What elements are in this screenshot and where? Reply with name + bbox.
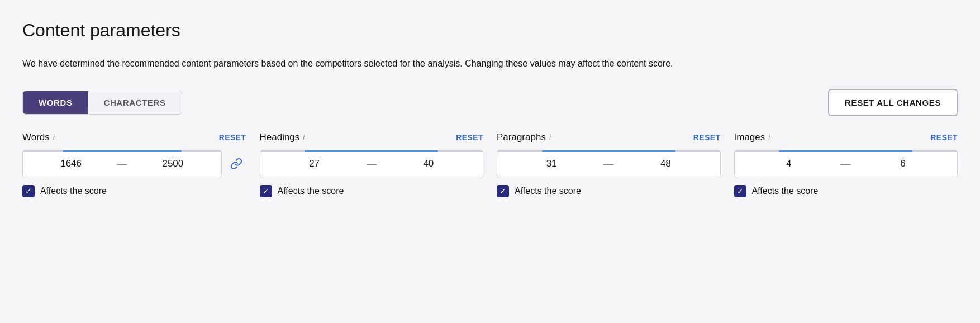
words-affects-checkbox[interactable]: ✓ [22, 185, 35, 197]
headings-reset-link[interactable]: RESET [456, 133, 483, 142]
param-block-headings: Headings i RESET 27 — 40 ✓ Affects the s… [260, 132, 484, 197]
images-slider-fill [779, 150, 912, 152]
images-label: Images [734, 132, 765, 143]
controls-row: WORDS CHARACTERS RESET ALL CHANGES [22, 89, 958, 116]
images-affects-row: ✓ Affects the score [734, 185, 958, 197]
words-label: Words [22, 132, 50, 143]
paragraphs-max-val[interactable]: 48 [618, 158, 713, 169]
headings-slider-fill [305, 150, 438, 152]
headings-info-icon[interactable]: i [303, 133, 305, 141]
words-range-box: 1646 — 2500 [22, 150, 222, 178]
images-affects-checkbox[interactable]: ✓ [734, 185, 746, 197]
images-range-box: 4 — 6 [734, 150, 958, 178]
param-block-words: Words i RESET 1646 — 2500 ✓ [22, 132, 246, 197]
words-link-icon[interactable] [226, 154, 246, 174]
headings-label-group: Headings i [260, 132, 305, 143]
words-reset-link[interactable]: RESET [219, 133, 246, 142]
headings-header: Headings i RESET [260, 132, 484, 143]
images-reset-link[interactable]: RESET [930, 133, 958, 142]
tab-characters[interactable]: CHARACTERS [88, 91, 182, 114]
images-info-icon[interactable]: i [768, 133, 770, 141]
images-max-val[interactable]: 6 [855, 158, 950, 169]
images-affects-label: Affects the score [752, 186, 819, 196]
tab-words[interactable]: WORDS [23, 91, 88, 114]
paragraphs-header: Paragraphs i RESET [497, 132, 721, 143]
headings-check-icon: ✓ [263, 187, 269, 196]
reset-all-button[interactable]: RESET ALL CHANGES [828, 89, 958, 116]
images-check-icon: ✓ [737, 187, 744, 196]
headings-min-val[interactable]: 27 [267, 158, 362, 169]
words-check-icon: ✓ [25, 187, 32, 196]
paragraphs-slider-fill [542, 150, 675, 152]
paragraphs-range-box: 31 — 48 [497, 150, 721, 178]
words-info-icon[interactable]: i [53, 133, 55, 141]
words-min-val[interactable]: 1646 [30, 158, 112, 169]
params-row: Words i RESET 1646 — 2500 ✓ [22, 132, 958, 197]
paragraphs-info-icon[interactable]: i [549, 133, 551, 141]
words-dash: — [117, 158, 127, 170]
page-title: Content parameters [22, 20, 958, 41]
words-header: Words i RESET [22, 132, 246, 143]
words-max-val[interactable]: 2500 [131, 158, 214, 169]
headings-affects-checkbox[interactable]: ✓ [260, 185, 272, 197]
headings-range-box: 27 — 40 [260, 150, 484, 178]
headings-max-val[interactable]: 40 [381, 158, 476, 169]
headings-label: Headings [260, 132, 300, 143]
param-block-images: Images i RESET 4 — 6 ✓ Affects the score [734, 132, 958, 197]
headings-affects-row: ✓ Affects the score [260, 185, 484, 197]
words-label-group: Words i [22, 132, 55, 143]
tab-group: WORDS CHARACTERS [22, 91, 182, 115]
words-affects-label: Affects the score [40, 186, 107, 196]
words-affects-row: ✓ Affects the score [22, 185, 246, 197]
paragraphs-check-icon: ✓ [499, 187, 506, 196]
paragraphs-affects-checkbox[interactable]: ✓ [497, 185, 509, 197]
images-dash: — [841, 158, 851, 170]
words-slider-fill [63, 150, 182, 152]
words-input-row: 1646 — 2500 [22, 150, 246, 178]
paragraphs-label: Paragraphs [497, 132, 546, 143]
param-block-paragraphs: Paragraphs i RESET 31 — 48 ✓ Affects the… [497, 132, 721, 197]
headings-dash: — [367, 158, 377, 170]
paragraphs-affects-row: ✓ Affects the score [497, 185, 721, 197]
headings-affects-label: Affects the score [278, 186, 344, 196]
paragraphs-label-group: Paragraphs i [497, 132, 551, 143]
images-min-val[interactable]: 4 [741, 158, 836, 169]
paragraphs-reset-link[interactable]: RESET [693, 133, 721, 142]
images-label-group: Images i [734, 132, 770, 143]
paragraphs-dash: — [603, 158, 613, 170]
images-header: Images i RESET [734, 132, 958, 143]
paragraphs-affects-label: Affects the score [515, 186, 581, 196]
paragraphs-min-val[interactable]: 31 [504, 158, 599, 169]
description: We have determined the recommended conte… [22, 56, 749, 71]
